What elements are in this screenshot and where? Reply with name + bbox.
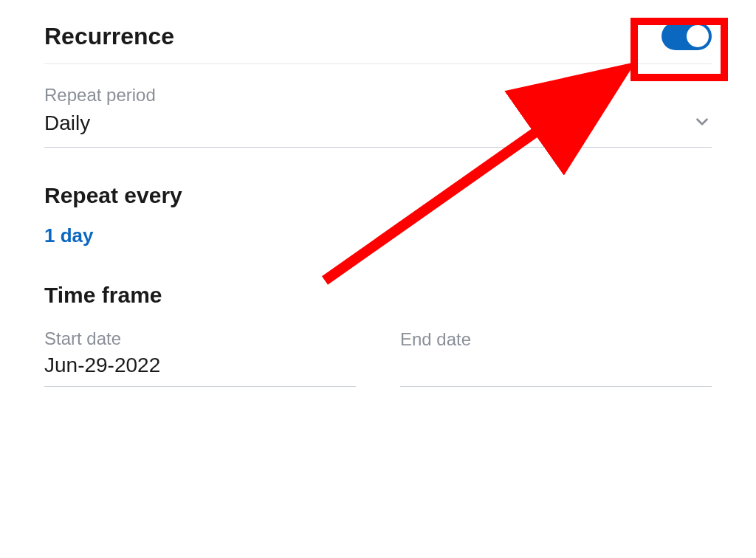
recurrence-header: Recurrence <box>44 22 712 64</box>
time-frame-row: Start date Jun-29-2022 End date <box>44 328 712 387</box>
time-frame-title: Time frame <box>44 283 712 308</box>
end-date-field[interactable]: End date <box>400 328 712 387</box>
toggle-knob <box>687 25 709 47</box>
chevron-down-icon <box>693 112 712 134</box>
repeat-every-value[interactable]: 1 day <box>44 224 94 247</box>
repeat-period-label: Repeat period <box>44 85 712 106</box>
end-date-value <box>400 354 712 387</box>
start-date-label: Start date <box>44 328 356 349</box>
start-date-field[interactable]: Start date Jun-29-2022 <box>44 328 356 387</box>
repeat-period-field[interactable]: Repeat period Daily <box>44 85 712 148</box>
end-date-label: End date <box>400 329 712 350</box>
recurrence-title: Recurrence <box>44 23 174 50</box>
start-date-value: Jun-29-2022 <box>44 354 356 387</box>
annotation-arrow <box>0 0 756 558</box>
repeat-every-title: Repeat every <box>44 183 712 208</box>
recurrence-toggle[interactable] <box>662 22 712 50</box>
repeat-period-value: Daily <box>44 111 90 135</box>
